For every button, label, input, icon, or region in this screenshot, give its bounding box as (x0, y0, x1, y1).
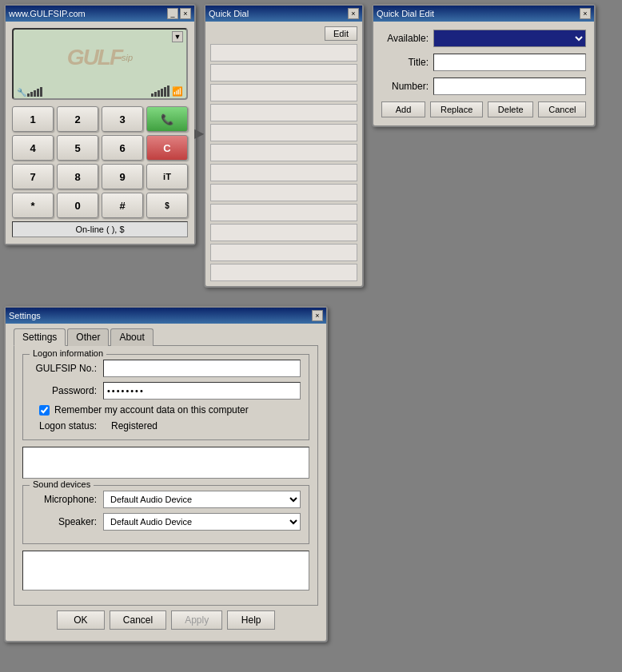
settings-titlebar: Settings × (6, 308, 326, 324)
quickdial-titlebar: Quick Dial × (205, 6, 362, 22)
key-1[interactable]: 1 (12, 106, 54, 132)
replace-button[interactable]: Replace (430, 101, 483, 117)
quickdial-close-btn[interactable]: × (348, 8, 359, 19)
screen-dropdown[interactable]: ▼ (172, 31, 183, 42)
tab-settings[interactable]: Settings (14, 328, 66, 346)
phone-titlebar-buttons: _ × (167, 8, 191, 19)
phone-status: On-line ( ), $ (12, 221, 188, 237)
tab-about[interactable]: About (110, 328, 153, 346)
available-select[interactable] (433, 30, 586, 47)
phone-title: www.GULFSIP.com (9, 9, 86, 18)
logon-legend: Logon information (30, 348, 106, 358)
text-area-box[interactable] (22, 447, 309, 479)
logon-status-value: Registered (111, 420, 157, 431)
qdedit-buttons: Add Replace Delete Cancel (381, 101, 586, 117)
quickdial-window: Quick Dial × Edit (204, 4, 364, 288)
list-item[interactable] (210, 84, 357, 101)
password-label: Password: (31, 385, 103, 396)
phone-logo: GULF sip (14, 30, 186, 85)
key-6[interactable]: 6 (102, 135, 143, 161)
list-item[interactable] (210, 264, 357, 281)
expand-arrow[interactable]: ▶ (194, 125, 204, 141)
settings-buttons: OK Cancel Apply Help (14, 606, 318, 633)
number-label: Number: (381, 81, 433, 92)
help-button[interactable]: Help (227, 610, 275, 630)
list-item[interactable] (210, 144, 357, 161)
key-2[interactable]: 2 (57, 106, 98, 132)
key-7[interactable]: 7 (12, 164, 54, 189)
qdedit-titlebar: Quick Dial Edit × (373, 6, 594, 22)
sig-bar-r5 (164, 87, 166, 97)
phone-screen: ▼ GULF sip 🔧 (12, 28, 188, 100)
keypad: 1 2 3 📞 4 5 6 C 7 8 9 iT * 0 # $ (12, 106, 188, 218)
settings-title: Settings (9, 311, 41, 320)
wrench-icon: 🔧 (17, 88, 26, 97)
remember-checkbox[interactable] (39, 405, 50, 416)
key-clear[interactable]: C (146, 135, 188, 161)
sig-bar-4 (37, 89, 39, 97)
available-label: Available: (381, 33, 433, 44)
logo-sub: sip (122, 53, 133, 62)
signal-bar: 🔧 📶 (14, 85, 186, 98)
signal-right: 📶 (151, 85, 183, 97)
key-5[interactable]: 5 (57, 135, 98, 161)
gulfsip-input[interactable] (103, 360, 301, 377)
apply-button[interactable]: Apply (171, 610, 222, 630)
remember-label: Remember my account data on this compute… (54, 404, 249, 416)
phone-window: www.GULFSIP.com _ × ▼ GULF sip 🔧 (4, 4, 196, 245)
delete-button[interactable]: Delete (488, 101, 533, 117)
title-input[interactable] (433, 54, 586, 71)
phone-titlebar: www.GULFSIP.com _ × (6, 6, 194, 22)
add-button[interactable]: Add (381, 101, 425, 117)
title-label: Title: (381, 57, 433, 68)
list-item[interactable] (210, 64, 357, 82)
settings-close-btn[interactable]: × (312, 310, 323, 321)
list-item[interactable] (210, 224, 357, 241)
sig-bar-r3 (157, 90, 160, 97)
list-item[interactable] (210, 204, 357, 221)
key-4[interactable]: 4 (12, 135, 54, 161)
key-hash[interactable]: # (102, 193, 143, 218)
key-8[interactable]: 8 (57, 164, 98, 189)
key-dollar[interactable]: $ (146, 193, 188, 218)
sig-bar-r6 (167, 85, 169, 97)
qdedit-close-btn[interactable]: × (580, 8, 591, 19)
speaker-select[interactable]: Default Audio Device (103, 513, 301, 531)
quickdial-edit-btn[interactable]: Edit (325, 26, 357, 41)
tab-other[interactable]: Other (67, 328, 109, 346)
list-item[interactable] (210, 104, 357, 121)
key-star[interactable]: * (12, 193, 54, 218)
cancel-button[interactable]: Cancel (110, 610, 166, 630)
key-call[interactable]: 📞 (146, 106, 188, 132)
ok-button[interactable]: OK (57, 610, 105, 630)
list-item[interactable] (210, 124, 357, 141)
key-9[interactable]: 9 (102, 164, 143, 189)
qdedit-body: Available: Title: Number: Add Replace De… (373, 22, 594, 125)
list-item[interactable] (210, 244, 357, 261)
list-item[interactable] (210, 184, 357, 201)
sig-bar-r2 (154, 92, 157, 97)
key-3[interactable]: 3 (102, 106, 143, 132)
microphone-select[interactable]: Default Audio Device (103, 491, 301, 508)
sound-group: Sound devices Microphone: Default Audio … (22, 485, 309, 544)
quickdial-edit-window: Quick Dial Edit × Available: Title: Numb… (372, 4, 596, 127)
sig-bar-5 (40, 87, 42, 97)
phone-minimize-btn[interactable]: _ (167, 8, 178, 19)
gulfsip-label: GULFSIP No.: (31, 363, 103, 374)
key-it[interactable]: iT (146, 164, 188, 189)
phone-close-btn[interactable]: × (180, 8, 191, 19)
gulfsip-row: GULFSIP No.: (31, 360, 301, 377)
list-item[interactable] (210, 44, 357, 62)
number-input[interactable] (433, 78, 586, 95)
remember-row: Remember my account data on this compute… (31, 404, 301, 416)
cancel-button[interactable]: Cancel (538, 101, 586, 117)
quickdial-list (210, 44, 357, 281)
list-item[interactable] (210, 164, 357, 181)
password-input[interactable] (103, 382, 301, 400)
logo-text: GULF (67, 45, 122, 70)
qdedit-title-row: Title: (381, 54, 586, 71)
key-0[interactable]: 0 (57, 193, 98, 218)
speaker-row: Speaker: Default Audio Device (31, 513, 301, 531)
settings-window: Settings × Settings Other About Logon in… (4, 306, 328, 642)
qdedit-available-row: Available: (381, 30, 586, 47)
